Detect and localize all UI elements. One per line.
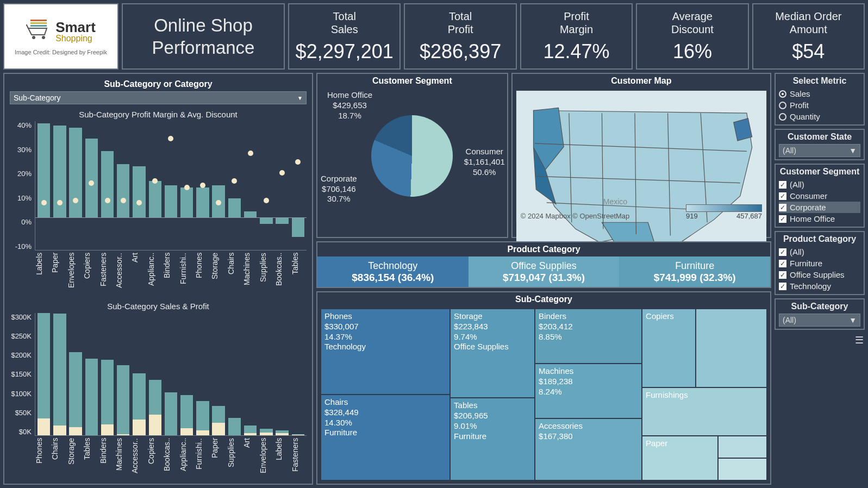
map-title: Customer Map: [513, 74, 770, 88]
subcategory-dropdown[interactable]: (All)▼: [779, 314, 860, 327]
dashboard-title: Online Shop Performance: [123, 14, 284, 59]
customer-segment-panel: Customer Segment ✓(All)✓Consumer✓Corpora…: [775, 164, 865, 228]
treemap-cell[interactable]: [718, 458, 767, 480]
filter-header: Sub-Category: [779, 302, 860, 311]
kpi-value: $286,397: [420, 40, 501, 63]
customer-state-panel: Customer State (All)▼: [775, 129, 865, 160]
metric-option[interactable]: Sales: [779, 88, 860, 99]
treemap-cell[interactable]: Tables$206,9659.01%Furniture: [450, 398, 535, 480]
brand-name-bottom: Shopping: [55, 34, 96, 43]
chevron-down-icon: ▼: [849, 316, 857, 324]
kpi-total-sales: Total Sales $2,297,201: [288, 3, 401, 70]
segment-option[interactable]: ✓(All): [779, 179, 860, 190]
svg-rect-0: [30, 20, 47, 21]
svg-rect-1: [30, 22, 47, 24]
map-legend: 919 457,687: [686, 204, 762, 220]
subcat-panel: Sub-Category or Category Sub-Category ▼ …: [3, 73, 313, 485]
kpi-value: $2,297,201: [296, 40, 394, 63]
customer-map-panel: Customer Map: [511, 73, 771, 238]
dashboard-title-box: Online Shop Performance: [122, 3, 285, 70]
category-option[interactable]: ✓Office Supplies: [779, 269, 860, 280]
filter-header: Customer Segment: [779, 167, 860, 177]
metric-option[interactable]: Quantity: [779, 111, 860, 122]
pie-title: Customer Segment: [317, 74, 507, 88]
subcat-panel-title: Sub-Category or Category: [10, 77, 307, 91]
prodcat-cell[interactable]: Technology$836,154 (36.4%): [317, 256, 469, 287]
kpi-avg-discount: Average Discount 16%: [636, 3, 748, 70]
chart2-title: Sub-Category Sales & Profit: [10, 302, 307, 311]
treemap-cell[interactable]: [696, 309, 767, 387]
subcat-treemap-panel: Sub-Category Phones$330,00714.37%Technol…: [316, 291, 771, 485]
filter-header: Product Category: [779, 234, 860, 244]
treemap-cell[interactable]: [718, 436, 767, 458]
category-option[interactable]: ✓Technology: [779, 280, 860, 292]
sales-profit-chart: $300K$250K$200K$150K$100K$50K$0K PhonesC…: [10, 313, 307, 481]
select-metric-panel: Select Metric SalesProfitQuantity: [775, 73, 865, 126]
kpi-total-profit: Total Profit $286,397: [404, 3, 516, 70]
segment-option[interactable]: ✓Home Office: [779, 213, 860, 224]
prodcat-cell[interactable]: Furniture$741,999 (32.3%): [619, 256, 770, 287]
kpi-label: Profit Margin: [560, 10, 593, 36]
kpi-value: 12.47%: [543, 40, 609, 63]
treemap-cell[interactable]: Copiers: [642, 309, 696, 387]
pie-chart: [371, 115, 453, 197]
segment-option[interactable]: ✓Corporate: [779, 202, 860, 213]
map-label-mexico: Mexico: [603, 197, 627, 206]
filter-header: Select Metric: [779, 76, 860, 86]
kpi-value: $54: [792, 40, 825, 63]
kpi-value: 16%: [673, 40, 712, 63]
treemap-cell[interactable]: Paper: [642, 436, 718, 480]
hamburger-icon[interactable]: ☰: [775, 333, 865, 347]
treemap-cell[interactable]: Machines$189,2388.24%: [535, 364, 642, 418]
kpi-median-order: Median Order Amount $54: [752, 3, 865, 70]
cart-icon: [26, 17, 51, 46]
tree-title: Sub-Category: [317, 292, 770, 306]
map-attribution: © 2024 Mapbox © OpenStreetMap: [521, 212, 630, 220]
kpi-label: Median Order Amount: [775, 10, 841, 36]
customer-segment-panel: Customer Segment Consumer $1,161,401 50.…: [316, 73, 508, 238]
svg-point-4: [42, 36, 45, 39]
product-category-filter-panel: Product Category ✓(All)✓Furniture✓Office…: [775, 231, 865, 295]
image-credit: Image Credit: Designed by Freepik: [15, 49, 107, 55]
pie-label-home-office: Home Office $429,653 18.7%: [327, 90, 372, 121]
treemap-cell[interactable]: Binders$203,4128.85%: [535, 309, 642, 364]
kpi-label: Total Sales: [331, 10, 358, 36]
segment-option[interactable]: ✓Consumer: [779, 190, 860, 202]
treemap-cell[interactable]: Accessories$167,380: [535, 418, 642, 480]
subcategory-filter-panel: Sub-Category (All)▼: [775, 298, 865, 330]
category-option[interactable]: ✓(All): [779, 246, 860, 258]
svg-point-3: [32, 36, 35, 39]
map-image[interactable]: Mexico © 2024 Mapbox © OpenStreetMap 919…: [516, 90, 767, 223]
treemap-cell[interactable]: Phones$330,00714.37%Technology: [321, 309, 450, 395]
metric-option[interactable]: Profit: [779, 99, 860, 111]
pie-label-corporate: Corporate $706,146 30.7%: [321, 174, 357, 204]
treemap-cell[interactable]: Storage$223,8439.74%Office Supplies: [450, 309, 535, 398]
treemap-cell[interactable]: Chairs$328,44914.30%Furniture: [321, 395, 450, 480]
kpi-label: Total Profit: [448, 10, 473, 36]
kpi-label: Average Discount: [671, 10, 714, 36]
chevron-down-icon: ▼: [849, 146, 857, 155]
kpi-profit-margin: Profit Margin 12.47%: [520, 3, 633, 70]
chevron-down-icon: ▼: [297, 95, 303, 101]
prodcat-title: Product Category: [317, 242, 770, 256]
logo-box: Smart Shopping Image Credit: Designed by…: [3, 3, 118, 70]
filter-header: Customer State: [779, 132, 860, 142]
customer-state-dropdown[interactable]: (All)▼: [779, 144, 860, 157]
chart1-title: Sub-Category Profit Margin & Avg. Discou…: [10, 110, 307, 119]
pie-label-consumer: Consumer $1,161,401 50.6%: [464, 147, 505, 177]
category-option[interactable]: ✓Furniture: [779, 258, 860, 269]
brand-name-top: Smart: [55, 20, 96, 34]
product-category-panel: Product Category Technology$836,154 (36.…: [316, 241, 771, 288]
profit-margin-chart: 40%30%20%10%0%-10% LabelsPaperEnvelopesC…: [10, 121, 307, 296]
prodcat-cell[interactable]: Office Supplies$719,047 (31.3%): [469, 256, 620, 287]
treemap-cell[interactable]: Furnishings: [642, 387, 767, 435]
dropdown-value: Sub-Category: [14, 93, 60, 102]
subcat-or-category-dropdown[interactable]: Sub-Category ▼: [10, 91, 307, 104]
svg-rect-2: [30, 25, 47, 27]
